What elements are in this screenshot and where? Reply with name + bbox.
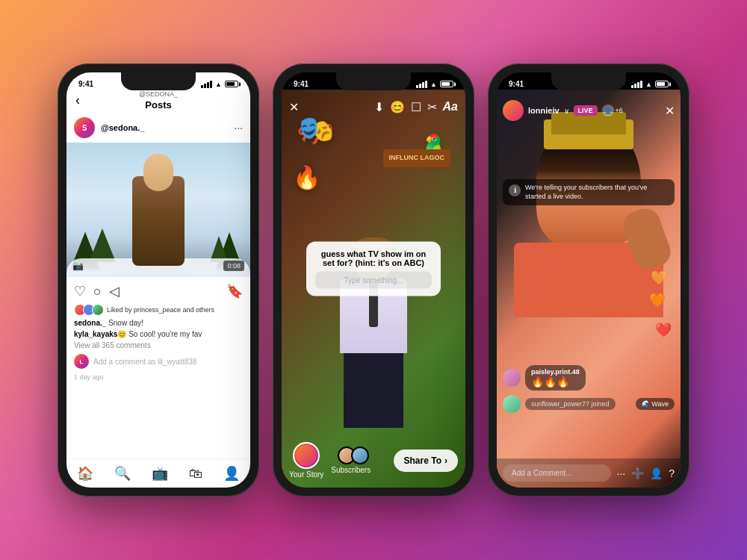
- story-sign-text: INFLUNC LAGOC: [389, 154, 445, 163]
- signal-icon-1: [201, 81, 212, 88]
- live-comment-input[interactable]: Add a Comment...: [503, 464, 611, 482]
- post-caption: sedona._ Snow day!: [66, 317, 250, 329]
- live-notification-text: We're telling your subscribers that you'…: [525, 184, 669, 201]
- joined-text: sunflower_power77 joined: [525, 398, 616, 410]
- story-deco-3: 🔥: [293, 164, 320, 190]
- nav-username: @SEDONA_: [139, 90, 178, 98]
- search-nav-icon[interactable]: 🔍: [114, 465, 131, 482]
- join-username: sunflower_power77: [531, 400, 589, 408]
- live-more-icon[interactable]: ···: [617, 467, 626, 479]
- live-joined-row: sunflower_power77 joined 🌊 Wave: [503, 395, 675, 413]
- wave-label: 🌊 Wave: [642, 400, 669, 408]
- liked-avatars: Liked by princess_peace and others: [74, 304, 243, 316]
- share-button[interactable]: ◁: [109, 283, 120, 299]
- viewers-count: +6: [616, 107, 623, 114]
- posts-nav: ‹ @SEDONA_ Posts: [66, 90, 250, 113]
- bottom-nav: 🏠 🔍 📺 🛍 👤: [66, 458, 250, 488]
- viewer-dot: 👤: [602, 105, 614, 116]
- commenter-avatar: L: [74, 354, 89, 369]
- live-add-viewer-icon[interactable]: ➕: [631, 467, 644, 479]
- share-to-arrow-icon: ›: [444, 455, 447, 466]
- back-button[interactable]: ‹: [75, 93, 80, 108]
- signal-icon-2: [416, 81, 427, 88]
- phone-live-screen: 9:41 ▲ ❤️ 🧡 �: [497, 72, 681, 488]
- story-question-box: guess what TV show im on set for? (hint:…: [306, 241, 441, 296]
- join-action: joined: [592, 400, 610, 408]
- comment-user-1: paisley.print.48: [531, 368, 580, 376]
- download-icon[interactable]: ⬇: [374, 100, 384, 114]
- comment-emoji: 😊: [117, 330, 126, 338]
- post-image: 0:08 📷: [66, 143, 250, 277]
- commenter-name[interactable]: kyla_kayaks: [74, 330, 117, 338]
- floating-heart-2: 🧡: [649, 292, 666, 308]
- liked-avatars-pics: [74, 304, 101, 316]
- story-answer-input[interactable]: Type something...: [315, 271, 432, 288]
- story-question-text: guess what TV show im on set for? (hint:…: [315, 249, 432, 267]
- phone-story-screen: 9:41 ▲ 🎭 🦜 🔥 INFLUNC LAGOC: [282, 72, 465, 488]
- your-story-avatar: [293, 442, 320, 469]
- home-nav-icon[interactable]: 🏠: [77, 465, 93, 482]
- shop-nav-icon[interactable]: 🛍: [189, 466, 202, 482]
- post-actions: ♡ ○ ◁ 🔖: [66, 277, 250, 302]
- wifi-icon-3: ▲: [645, 81, 652, 88]
- wave-button[interactable]: 🌊 Wave: [636, 398, 675, 410]
- live-username[interactable]: lonnieiv: [528, 106, 560, 115]
- comment-button[interactable]: ○: [93, 284, 102, 299]
- story-top-icons: ✕ ⬇ 😊 ☐ ✂ Aa: [282, 100, 465, 114]
- notch-1: [121, 72, 196, 90]
- status-icons-2: ▲: [416, 81, 453, 88]
- wifi-icon-1: ▲: [215, 81, 222, 88]
- live-bottom-bar: Add a Comment... ··· ➕ 👤 ?: [497, 458, 681, 488]
- nav-center: @SEDONA_ Posts: [139, 90, 178, 111]
- signal-icon-3: [631, 81, 642, 88]
- post-menu-button[interactable]: ···: [234, 122, 243, 134]
- live-person-icon[interactable]: 👤: [650, 467, 663, 479]
- add-comment-row: L Add a comment as lil_wyatt838: [66, 351, 250, 372]
- post-avatar[interactable]: S: [74, 117, 95, 138]
- bookmark-button[interactable]: 🔖: [226, 283, 243, 299]
- view-comments-link[interactable]: View all 365 comments: [66, 340, 250, 351]
- wifi-icon-2: ▲: [430, 81, 437, 88]
- phone-live: 9:41 ▲ ❤️ 🧡 �: [488, 63, 689, 497]
- caption-username[interactable]: sedona._: [74, 319, 106, 327]
- live-badge: LIVE: [574, 105, 598, 116]
- share-to-button[interactable]: Share To ›: [394, 449, 458, 472]
- emoji-icon[interactable]: 😊: [390, 100, 405, 114]
- comment-avatar-2: [503, 395, 521, 413]
- status-time-3: 9:41: [509, 80, 524, 88]
- subscribers-option[interactable]: Subscribers: [331, 447, 371, 474]
- profile-nav-icon[interactable]: 👤: [223, 465, 240, 482]
- sticker-icon[interactable]: ☐: [411, 100, 421, 114]
- live-chevron-icon: ∨: [564, 107, 569, 115]
- text-icon[interactable]: Aa: [443, 100, 458, 114]
- live-comment-1: paisley.print.48 🔥🔥🔥: [503, 365, 675, 391]
- video-duration: 0:08: [223, 261, 244, 271]
- post-comment-1: kyla_kayaks😊 So cool! you're my fav: [66, 329, 250, 340]
- live-close-button[interactable]: ✕: [665, 104, 675, 118]
- live-host-avatar: [503, 100, 524, 121]
- status-time-1: 9:41: [78, 80, 93, 88]
- reels-nav-icon[interactable]: 📺: [152, 465, 168, 482]
- live-help-icon[interactable]: ?: [669, 467, 675, 479]
- live-viewers: 👤 +6: [602, 105, 623, 116]
- live-notification: ℹ We're telling your subscribers that yo…: [503, 179, 675, 205]
- post-likes: Liked by princess_peace and others: [66, 302, 250, 317]
- post-username[interactable]: @sedona._: [101, 123, 228, 132]
- live-top-bar: lonnieiv ∨ LIVE 👤 +6 ✕: [497, 100, 681, 121]
- battery-icon-3: [655, 81, 669, 87]
- comment-avatar-1: [503, 369, 521, 387]
- scissors-icon[interactable]: ✂: [427, 100, 437, 114]
- notch-3: [551, 72, 626, 90]
- share-to-text: Share To: [404, 455, 441, 466]
- info-icon: ℹ: [509, 184, 521, 196]
- add-comment-placeholder[interactable]: Add a comment as lil_wyatt838: [93, 358, 196, 366]
- story-close-icon[interactable]: ✕: [289, 100, 299, 114]
- camera-icon: 📷: [72, 261, 84, 271]
- status-time-2: 9:41: [294, 80, 309, 88]
- your-story-option[interactable]: Your Story: [289, 442, 323, 479]
- story-sign: INFLUNC LAGOC: [383, 149, 451, 167]
- like-button[interactable]: ♡: [74, 283, 86, 299]
- story-bottom: Your Story Subscribers Share To ›: [282, 436, 465, 488]
- battery-icon-1: [225, 81, 238, 87]
- notch-2: [336, 72, 411, 90]
